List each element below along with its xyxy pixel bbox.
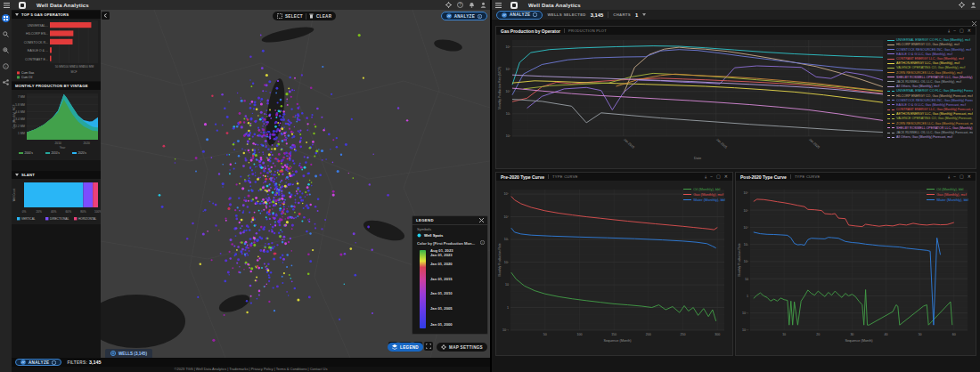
legend-entry[interactable]: CONTRAST ENERGY LLC, Gas (Monthly) Forec… bbox=[887, 108, 973, 112]
legend-entry[interactable]: ZORN RESOURCES LLC, Gas (Monthly), mcf bbox=[887, 70, 973, 75]
maximize-icon[interactable]: ▢ bbox=[716, 174, 721, 179]
post2020-chart[interactable]: 10⁻²10⁻¹11010²10³10⁴10⁵10⁶102030405060Se… bbox=[736, 181, 976, 355]
legend-entry[interactable]: Water (Monthly), bbl bbox=[927, 198, 968, 202]
close-icon[interactable]: ✕ bbox=[968, 28, 971, 33]
legend-entry[interactable]: HILCORP ENERGY CO, Gas (Monthly), mcf bbox=[887, 43, 973, 47]
maximize-icon[interactable]: ▢ bbox=[960, 174, 964, 179]
svg-text:20: 20 bbox=[816, 333, 820, 336]
production-plot-subtitle: PRODUCTION PLOT bbox=[568, 28, 607, 33]
svg-text:80%: 80% bbox=[80, 210, 86, 214]
svg-text:0%: 0% bbox=[22, 210, 27, 214]
menu-icon[interactable] bbox=[4, 3, 10, 8]
legend-entry[interactable]: AETHON ENERGY LLC, Gas (Monthly), mcf bbox=[887, 61, 973, 66]
bottom-analyze-button[interactable]: ANALYZE bbox=[15, 359, 61, 366]
clear-button[interactable]: CLEAR bbox=[316, 14, 331, 19]
legend-entry[interactable]: SHELBY ROSWELL OPERATOR LLC, Gas (Monthl… bbox=[887, 126, 973, 131]
download-icon[interactable]: ⤓ bbox=[705, 174, 706, 179]
chevron-down-icon[interactable] bbox=[642, 13, 646, 16]
download-icon[interactable]: ⤓ bbox=[948, 28, 950, 33]
vintage-header[interactable]: MONTHLY PRODUCTION BY VINTAGE bbox=[12, 82, 101, 90]
legend-entry[interactable]: All Others, Gas (Monthly), mcf bbox=[887, 85, 973, 89]
svg-text:10⁶: 10⁶ bbox=[744, 191, 749, 195]
legend-entry[interactable]: EAGLE O & G LLC, Gas (Monthly) Forecast,… bbox=[887, 103, 973, 108]
legend-entry[interactable]: Oil (Monthly), bbl bbox=[683, 187, 725, 191]
svg-text:50 MM: 50 MM bbox=[55, 65, 64, 69]
legend-entry[interactable]: COMSTOCK RESOURCES INC, Gas (Monthly) Fo… bbox=[887, 98, 973, 102]
legend-entry[interactable]: UNIVERSAL ENERGY CO FLC, Gas (Monthly) F… bbox=[887, 89, 973, 93]
legend-entry[interactable]: JACK RUSSELL OIL LLC, Gas (Monthly) Fore… bbox=[887, 131, 973, 135]
slant-chart[interactable]: 0%20%40%60%80%100%Well CountVERTICALDIRE… bbox=[12, 179, 101, 224]
minimize-icon[interactable]: − bbox=[710, 174, 713, 179]
map-settings-button[interactable]: MAP SETTINGS bbox=[437, 343, 487, 352]
legend-entry[interactable]: VALENCE OPERATING CO, Gas (Monthly) Fore… bbox=[887, 117, 973, 121]
well-search-icon[interactable] bbox=[2, 46, 10, 54]
minimize-icon[interactable]: − bbox=[953, 174, 956, 179]
minimize-icon[interactable]: − bbox=[953, 28, 956, 33]
legend-toggle-button[interactable]: LEGEND bbox=[388, 343, 423, 352]
settings-gear-icon[interactable] bbox=[959, 2, 965, 8]
download-icon[interactable]: ⤓ bbox=[948, 174, 950, 179]
legend-entry[interactable]: EAGLE O & G LLC, Gas (Monthly), mcf bbox=[887, 53, 973, 57]
svg-text:10³: 10³ bbox=[504, 238, 510, 241]
menu-icon[interactable] bbox=[495, 3, 502, 8]
post2020-panel: Post-2020 Type Curve TYPE CURVE ⤓ − ▢ ✕ … bbox=[735, 172, 976, 356]
top-operators-header[interactable]: TOP 5 GAS OPERATORS bbox=[12, 11, 101, 19]
svg-text:10²: 10² bbox=[504, 261, 510, 264]
select-button[interactable]: SELECT bbox=[285, 14, 303, 19]
close-icon[interactable]: ✕ bbox=[968, 174, 971, 179]
map-analyze-label: ANALYZE bbox=[454, 14, 475, 19]
legend-entry[interactable]: Oil (Monthly), bbl bbox=[927, 187, 968, 191]
legend-entry[interactable]: CONTRAST ENERGY LLC, Gas (Monthly), mcf bbox=[887, 57, 973, 61]
map-canvas[interactable]: SELECT CLEAR ANALYZE i LEGEND Symb bbox=[101, 10, 490, 358]
notifications-bell-icon[interactable] bbox=[469, 2, 475, 8]
legend-entry[interactable]: JACK RUSSELL OIL LLC, Gas (Monthly), mcf bbox=[887, 80, 973, 85]
slant-header[interactable]: SLANT bbox=[12, 171, 101, 179]
legend-entry[interactable]: ZORN RESOURCES LLC, Gas (Monthly) Foreca… bbox=[887, 121, 973, 125]
production-plot-chart[interactable]: 10²10³10⁴10⁵10⁶Jan 2010Jan 2015Jan 2020D… bbox=[496, 35, 888, 168]
legend-entry[interactable]: COMSTOCK RESOURCES INC, Gas (Monthly), m… bbox=[887, 47, 973, 52]
svg-text:Monthly Production Rate: Monthly Production Rate bbox=[738, 243, 741, 276]
chart-icon bbox=[20, 360, 26, 365]
legend-entry[interactable]: AETHON ENERGY LLC, Gas (Monthly) Forecas… bbox=[887, 112, 973, 117]
svg-text:10⁵: 10⁵ bbox=[504, 192, 510, 196]
zoom-extent-icon[interactable] bbox=[424, 342, 433, 351]
pre2020-header[interactable]: Pre-2020 Type Curve TYPE CURVE ⤓ − ▢ ✕ bbox=[496, 173, 732, 181]
collapse-panel-button[interactable] bbox=[102, 12, 110, 20]
legend-entry[interactable]: HILCORP ENERGY CO, Gas (Monthly) Forecas… bbox=[887, 93, 973, 98]
info-icon bbox=[533, 12, 537, 17]
help-icon[interactable]: ? bbox=[457, 2, 463, 8]
slant-panel: SLANT 0%20%40%60%80%100%Well CountVERTIC… bbox=[12, 171, 101, 224]
wells-tab[interactable]: WELLS (3,145) bbox=[105, 349, 152, 358]
top-operators-chart[interactable]: UNIVERSAL...HILCORP EN...COMSTOCK R...EA… bbox=[12, 19, 101, 81]
vintage-chart[interactable]: 1 MM2.2 MM3.4 MM4.6 MM5.8 MM7 MM20102020… bbox=[12, 90, 101, 160]
select-clear-group: SELECT CLEAR bbox=[273, 12, 336, 20]
close-icon[interactable] bbox=[479, 218, 484, 222]
production-plot-header[interactable]: Gas Production by Operator PRODUCTION PL… bbox=[496, 27, 976, 35]
settings-gear-icon[interactable] bbox=[445, 2, 452, 8]
post2020-header[interactable]: Post-2020 Type Curve TYPE CURVE ⤓ − ▢ ✕ bbox=[736, 173, 976, 181]
wells-dashboard-icon[interactable] bbox=[2, 14, 10, 22]
legend-entry[interactable]: Gas (Monthly), mcf bbox=[683, 192, 725, 197]
pre2020-chart[interactable]: 10⁻¹11010²10³10⁴10⁵50100150200250300Sequ… bbox=[496, 181, 732, 355]
legend-entry[interactable]: SHELBY ROSWELL OPERATOR LLC, Gas (Monthl… bbox=[887, 76, 973, 80]
app-logo bbox=[19, 2, 26, 9]
svg-text:20%: 20% bbox=[36, 210, 42, 214]
legend-entry[interactable]: VALENCE OPERATING CO, Gas (Monthly), mcf bbox=[887, 66, 973, 70]
search-icon[interactable] bbox=[2, 30, 10, 38]
help-circle-icon[interactable]: i bbox=[2, 62, 10, 70]
close-icon[interactable]: ✕ bbox=[724, 174, 728, 179]
map-analyze-button[interactable]: ANALYZE i bbox=[441, 12, 487, 20]
user-avatar-icon[interactable] bbox=[970, 2, 976, 8]
legend-entry[interactable]: All Others, Gas (Monthly) Forecast, mcf bbox=[887, 135, 973, 140]
wells-selected-count: 3,145 bbox=[591, 12, 604, 18]
user-avatar-icon[interactable] bbox=[480, 2, 486, 8]
legend-entry[interactable]: Gas (Monthly), mcf bbox=[927, 192, 968, 197]
toolbar-analyze-button[interactable]: ANALYZE bbox=[496, 11, 543, 20]
share-icon[interactable] bbox=[2, 78, 10, 86]
legend-entry[interactable]: UNIVERSAL ENERGY CO FLC, Gas (Monthly), … bbox=[887, 38, 973, 43]
info-icon: i bbox=[478, 14, 482, 19]
info-icon[interactable]: i bbox=[480, 240, 485, 245]
maximize-icon[interactable]: ▢ bbox=[960, 28, 964, 33]
footer-links[interactable]: ©2023 TGS | Well Data Analytics | Tradem… bbox=[12, 367, 490, 372]
legend-entry[interactable]: Water (Monthly), bbl bbox=[683, 198, 725, 202]
